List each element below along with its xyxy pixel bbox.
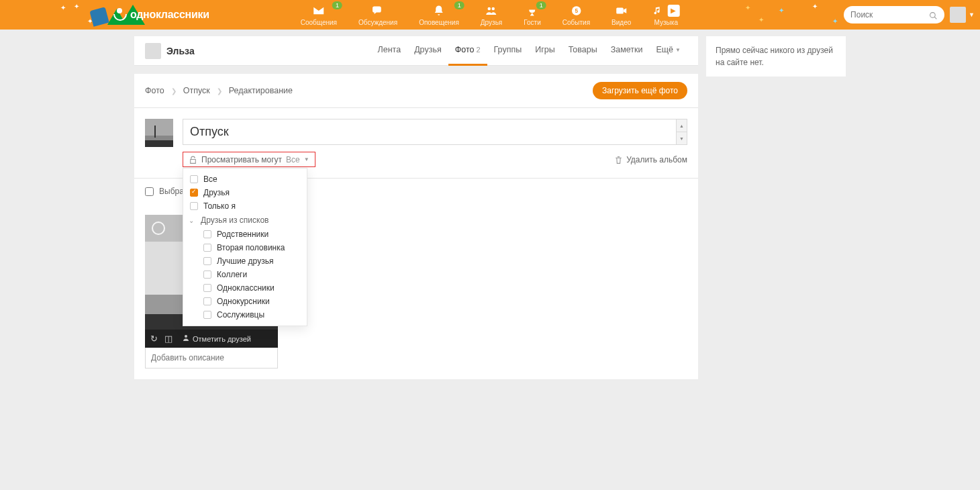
nav-badge: 1	[536, 1, 546, 9]
friends-icon	[485, 4, 497, 17]
photo-description-input[interactable]	[145, 348, 278, 369]
nav-label: Гости	[524, 19, 540, 26]
tab-label: Фото	[455, 45, 475, 54]
privacy-selector[interactable]: Просматривать могут Все ▼	[183, 152, 315, 167]
privacy-option-only-me[interactable]: Только я	[183, 199, 307, 213]
envelope-icon	[313, 4, 325, 17]
delete-album-button[interactable]: Удалить альбом	[614, 154, 687, 164]
search-box[interactable]	[844, 6, 944, 23]
privacy-option-friends[interactable]: Друзья	[183, 186, 307, 199]
bell-icon	[433, 4, 445, 17]
nav-events[interactable]: 5 События	[552, 0, 601, 30]
nav-label: Оповещения	[419, 19, 459, 26]
album-title-wrap: ▲ ▼	[183, 119, 687, 145]
tab-feed[interactable]: Лента	[371, 36, 408, 66]
video-icon	[616, 4, 628, 17]
nav-notifications[interactable]: Оповещения 1	[408, 0, 470, 30]
breadcrumb-album[interactable]: Отпуск	[183, 86, 210, 95]
photo-select-checkbox[interactable]	[152, 222, 165, 235]
title-steppers: ▲ ▼	[676, 119, 687, 144]
option-label: Только я	[203, 201, 236, 211]
photo-actions: ↻ ◫ Отметить друзей	[145, 330, 278, 348]
option-label: Вторая половинка	[217, 243, 285, 252]
nav-label: Друзья	[481, 19, 502, 26]
privacy-option-best-friends[interactable]: Лучшие друзья	[183, 254, 307, 268]
privacy-group-lists[interactable]: ⌄Друзья из списков	[183, 213, 307, 228]
svg-point-6	[185, 335, 187, 338]
page-container: Эльза Лента Друзья Фото2 Группы Игры Тов…	[134, 36, 846, 379]
option-label: Родственники	[217, 230, 268, 239]
breadcrumb-photos[interactable]: Фото	[145, 86, 164, 95]
nav-badge: 1	[454, 1, 464, 9]
nav-music[interactable]: ▶ Музыка	[642, 0, 690, 30]
tab-goods[interactable]: Товары	[562, 36, 604, 66]
privacy-option-colleagues[interactable]: Коллеги	[183, 268, 307, 281]
search-input[interactable]	[850, 10, 929, 19]
album-edit-column: ▲ ▼ Просматривать могут Все ▼	[183, 119, 687, 167]
breadcrumb-bar: Фото ❯ Отпуск ❯ Редактирование Загрузить…	[134, 74, 698, 108]
select-all-checkbox[interactable]	[145, 187, 154, 196]
tab-label: Друзья	[414, 45, 442, 54]
logo[interactable]: одноклассники	[113, 8, 209, 21]
logo-icon	[113, 8, 126, 21]
privacy-value: Все	[286, 155, 300, 164]
album-title-input[interactable]	[183, 119, 687, 145]
option-label: Сослуживцы	[217, 310, 264, 320]
privacy-option-relatives[interactable]: Родственники	[183, 228, 307, 241]
checkbox-checked	[190, 189, 198, 197]
nav-label: События	[562, 19, 590, 26]
events-icon: 5	[570, 4, 582, 17]
content-box: Фото ❯ Отпуск ❯ Редактирование Загрузить…	[134, 74, 698, 379]
chevron-down-icon: ▼	[675, 47, 681, 53]
crop-icon[interactable]: ◫	[164, 334, 173, 344]
album-header: ▲ ▼ Просматривать могут Все ▼	[134, 108, 698, 178]
chat-icon	[372, 4, 384, 17]
tag-friends-button[interactable]: Отметить друзей	[182, 334, 251, 344]
nav-messages[interactable]: Сообщения 1	[290, 0, 348, 30]
profile-name[interactable]: Эльза	[166, 46, 195, 56]
upload-more-button[interactable]: Загрузить ещё фото	[593, 82, 687, 99]
option-label: Коллеги	[217, 270, 247, 279]
profile-avatar[interactable]	[145, 43, 161, 59]
tab-label: Заметки	[611, 45, 643, 54]
privacy-dropdown: Все Друзья Только я ⌄Друзья из списков Р…	[183, 168, 307, 326]
privacy-option-partner[interactable]: Вторая половинка	[183, 241, 307, 254]
chevron-down-icon: ⌄	[189, 217, 197, 224]
tab-more[interactable]: Ещё▼	[650, 36, 688, 66]
tab-friends[interactable]: Друзья	[407, 36, 448, 66]
privacy-row: Просматривать могут Все ▼ Удалить альбом	[183, 152, 687, 167]
privacy-option-classmates[interactable]: Одноклассники	[183, 281, 307, 295]
tab-label: Ещё	[656, 45, 674, 54]
nav-friends[interactable]: Друзья	[470, 0, 513, 30]
tab-label: Товары	[569, 45, 597, 54]
privacy-option-coworkers[interactable]: Сослуживцы	[183, 308, 307, 322]
lock-icon	[189, 154, 197, 164]
checkbox	[203, 284, 211, 292]
svg-point-5	[930, 12, 936, 17]
tab-notes[interactable]: Заметки	[604, 36, 650, 66]
tab-groups[interactable]: Группы	[487, 36, 529, 66]
friends-online-box: Прямо сейчас никого из друзей на сайте н…	[706, 36, 846, 77]
option-label: Лучшие друзья	[217, 256, 273, 266]
chevron-down-icon: ▼	[969, 11, 975, 18]
side-column: Прямо сейчас никого из друзей на сайте н…	[706, 36, 846, 379]
user-menu[interactable]: ▼	[950, 7, 975, 23]
tab-photos[interactable]: Фото2	[448, 36, 487, 66]
privacy-option-groupmates[interactable]: Однокурсники	[183, 295, 307, 308]
nav-video[interactable]: Видео	[601, 0, 642, 30]
nav-discussions[interactable]: Обсуждения	[348, 0, 408, 30]
nav-guests[interactable]: Гости 1	[513, 0, 551, 30]
search-icon[interactable]	[929, 9, 938, 20]
tab-label: Группы	[494, 45, 522, 54]
stepper-down[interactable]: ▼	[676, 132, 687, 144]
play-icon: ▶	[667, 5, 679, 17]
breadcrumb-separator: ❯	[171, 87, 177, 95]
privacy-option-all[interactable]: Все	[183, 173, 307, 186]
tab-games[interactable]: Игры	[528, 36, 561, 66]
svg-rect-4	[616, 7, 624, 13]
delete-album-label: Удалить альбом	[626, 155, 687, 164]
album-thumbnail[interactable]	[145, 119, 173, 147]
rotate-icon[interactable]: ↻	[150, 334, 158, 344]
stepper-up[interactable]: ▲	[676, 119, 687, 132]
checkbox	[203, 271, 211, 279]
